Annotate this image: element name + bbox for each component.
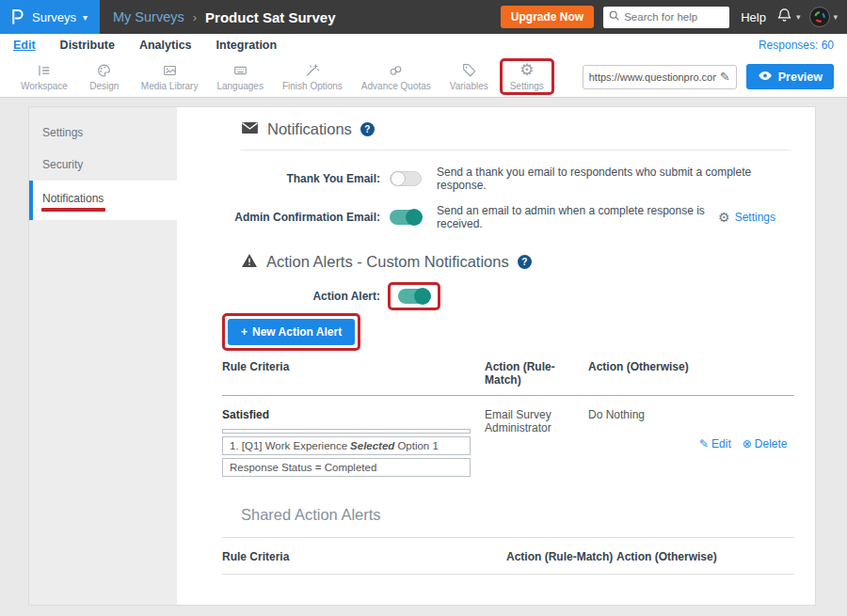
sidebar-item-settings[interactable]: Settings (29, 117, 177, 149)
admin-settings-link[interactable]: Settings (735, 211, 775, 224)
chevron-down-icon: ▾ (796, 12, 801, 22)
gear-icon: ⚙ (718, 210, 730, 225)
notifications-bell-menu[interactable]: ▾ (775, 7, 801, 28)
action-alert-label: Action Alert: (222, 290, 380, 303)
admin-settings: ⚙ Settings (718, 210, 794, 225)
breadcrumb: My Surveys › Product Sat Survey (113, 9, 335, 25)
content-area: Settings Security Notifications Notifi (0, 99, 847, 616)
shared-alerts-heading: Shared Action Alerts (241, 506, 794, 524)
bell-icon (775, 7, 793, 28)
shared-action-alerts-section: Shared Action Alerts Rule Criteria Actio… (222, 506, 794, 575)
top-bar: Surveys ▾ My Surveys › Product Sat Surve… (0, 0, 847, 34)
upgrade-now-button[interactable]: Upgrade Now (501, 6, 594, 28)
chain-links-icon (387, 62, 405, 79)
toolbar-finish-options[interactable]: Finish Options (273, 60, 352, 93)
toolbar-design[interactable]: Design (77, 60, 132, 93)
action-match-cell: Email Survey Administrator (485, 408, 588, 480)
help-question-icon[interactable]: ? (518, 255, 532, 269)
workspace-icon (35, 62, 53, 79)
surveys-product-menu[interactable]: Surveys ▾ (0, 0, 100, 34)
delete-link[interactable]: ⊗Delete (743, 408, 788, 480)
action-alert-toggle[interactable] (398, 289, 430, 304)
action-alerts-table-header: Rule Criteria Action (Rule-Match) Action… (222, 360, 794, 396)
chevron-down-icon: ▾ (83, 12, 88, 23)
survey-url-field: ✎ (583, 65, 737, 89)
annotation-box (388, 282, 440, 310)
criteria-box-empty (222, 429, 471, 434)
edit-url-pencil-icon[interactable]: ✎ (720, 70, 730, 84)
search-icon (608, 8, 620, 25)
survey-url-input[interactable] (589, 71, 716, 83)
thank-you-email-toggle[interactable] (390, 171, 422, 186)
responses-count: Responses: 60 (759, 39, 834, 52)
keyboard-icon (232, 62, 249, 79)
action-alerts-heading: Action Alerts - Custom Notifications ? (241, 253, 794, 271)
toolbar-variables[interactable]: Variables (440, 60, 498, 93)
rule-status: Satisfied (222, 408, 485, 421)
toolbar-advance-quotas[interactable]: Advance Quotas (352, 60, 440, 93)
shared-alerts-table-header: Rule Criteria Action (Rule-Match) Action… (222, 537, 794, 575)
search-input[interactable] (624, 11, 725, 23)
toolbar-media-library[interactable]: Media Library (132, 60, 208, 93)
col-action-otherwise: Action (Otherwise) (616, 550, 794, 563)
image-icon (161, 62, 179, 79)
questionpro-logo-icon (9, 6, 25, 29)
criteria-box-2: Response Status = Completed (222, 458, 471, 477)
help-question-icon[interactable]: ? (360, 122, 375, 136)
palette-icon (95, 62, 113, 79)
edit-toolbar: Workspace Design Media Library Languages… (0, 56, 847, 98)
plus-icon: + (241, 325, 248, 339)
settings-sidebar: Settings Security Notifications (29, 107, 177, 605)
tab-edit[interactable]: Edit (13, 39, 36, 52)
annotation-box: +New Action Alert (222, 313, 360, 351)
help-link[interactable]: Help (741, 10, 766, 24)
gear-icon: ⚙ (519, 62, 534, 79)
shared-alerts-title: Shared Action Alerts (241, 506, 381, 524)
app: Surveys ▾ My Surveys › Product Sat Surve… (0, 0, 847, 616)
admin-confirmation-label: Admin Confirmation Email: (222, 211, 380, 224)
admin-confirmation-toggle[interactable] (390, 210, 422, 225)
breadcrumb-my-surveys[interactable]: My Surveys (113, 9, 184, 24)
warning-triangle-icon (241, 253, 258, 271)
help-search (603, 7, 729, 28)
magic-wand-icon (303, 62, 321, 79)
new-action-alert-row: +New Action Alert (222, 313, 794, 351)
notifications-heading: Notifications ? (241, 120, 794, 138)
tag-icon (460, 62, 478, 79)
envelope-icon (241, 121, 259, 137)
tab-distribute[interactable]: Distribute (60, 39, 115, 52)
preview-button[interactable]: Preview (746, 64, 834, 89)
toolbar-languages[interactable]: Languages (207, 60, 273, 93)
action-alert-toggle-row: Action Alert: (222, 282, 794, 310)
topbar-right: Upgrade Now Help ▾ ▾ (501, 6, 847, 28)
settings-panel: Settings Security Notifications Notifi (28, 106, 816, 606)
sidebar-item-security[interactable]: Security (29, 149, 177, 181)
thank-you-email-description: Send a thank you email to respondents wh… (437, 166, 794, 192)
divider (241, 150, 791, 150)
edit-pencil-icon: ✎ (699, 437, 709, 450)
col-action-match: Action (Rule-Match) (485, 360, 588, 387)
action-otherwise-cell: Do Nothing (588, 408, 699, 480)
admin-confirmation-description: Send an email to admin when a complete r… (437, 204, 718, 230)
edit-link[interactable]: ✎Edit (699, 408, 731, 480)
tab-integration[interactable]: Integration (216, 39, 278, 52)
product-menu-label: Surveys (32, 10, 76, 24)
new-action-alert-button[interactable]: +New Action Alert (228, 319, 355, 345)
thank-you-email-label: Thank You Email: (222, 172, 380, 185)
avatar (809, 7, 830, 27)
col-rule-criteria: Rule Criteria (222, 360, 485, 387)
delete-circle-icon: ⊗ (743, 437, 752, 450)
breadcrumb-separator-icon: › (193, 10, 197, 24)
toolbar-settings[interactable]: ⚙ Settings (500, 58, 554, 95)
toolbar-workspace[interactable]: Workspace (11, 60, 77, 93)
admin-confirmation-row: Admin Confirmation Email: Send an email … (222, 204, 794, 230)
sidebar-item-notifications[interactable]: Notifications (29, 181, 177, 220)
col-rule-criteria: Rule Criteria (222, 550, 506, 563)
survey-nav: Edit Distribute Analytics Integration Re… (0, 34, 847, 56)
chevron-down-icon: ▾ (833, 12, 838, 22)
thank-you-email-row: Thank You Email: Send a thank you email … (222, 166, 794, 192)
action-alerts-title: Action Alerts - Custom Notifications (266, 253, 509, 271)
account-menu[interactable]: ▾ (809, 7, 838, 27)
col-action-match: Action (Rule-Match) (506, 550, 616, 563)
tab-analytics[interactable]: Analytics (139, 39, 192, 52)
